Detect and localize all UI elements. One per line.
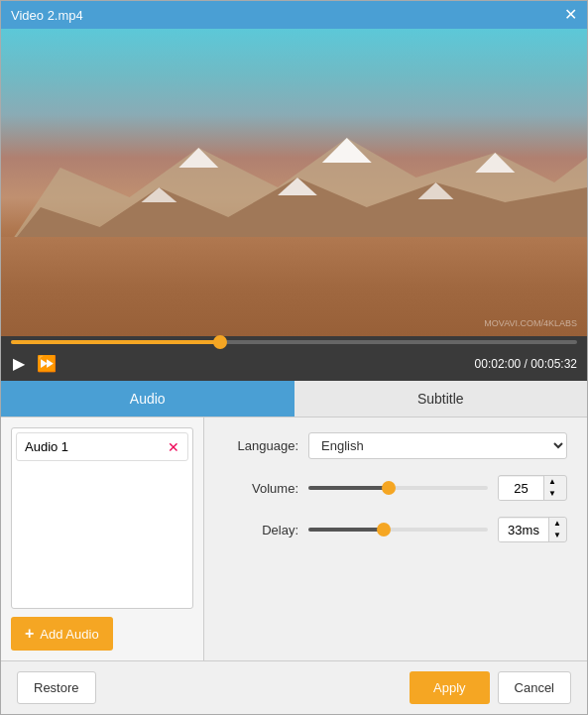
tabs-row: Audio Subtitle bbox=[1, 381, 587, 417]
title-bar: Video 2.mp4 ✕ bbox=[1, 1, 587, 29]
delay-row: Delay: ▲ ▼ bbox=[224, 517, 567, 542]
add-audio-label: Add Audio bbox=[40, 627, 98, 642]
volume-row: Volume: ▲ ▼ bbox=[224, 475, 567, 501]
video-preview: MOVAVI.COM/4KLABS bbox=[1, 29, 587, 336]
controls-left: ▶ ⏩ bbox=[11, 352, 59, 375]
seek-thumb[interactable] bbox=[213, 335, 227, 349]
delay-slider-track[interactable] bbox=[308, 528, 488, 532]
delay-down-button[interactable]: ▼ bbox=[549, 530, 565, 541]
delay-slider-thumb[interactable] bbox=[377, 523, 391, 536]
delay-label: Delay: bbox=[224, 523, 298, 537]
list-item: Audio 1 ✕ bbox=[16, 432, 188, 461]
volume-slider-container bbox=[308, 486, 488, 490]
volume-label: Volume: bbox=[224, 481, 298, 496]
audio-remove-button[interactable]: ✕ bbox=[168, 440, 179, 454]
seek-bar[interactable] bbox=[11, 340, 577, 344]
volume-down-button[interactable]: ▼ bbox=[544, 488, 560, 500]
plus-icon: + bbox=[25, 625, 34, 643]
language-label: Language: bbox=[224, 438, 298, 453]
volume-input[interactable] bbox=[499, 477, 543, 500]
volume-up-button[interactable]: ▲ bbox=[544, 476, 560, 488]
volume-slider-track[interactable] bbox=[308, 486, 488, 490]
restore-button[interactable]: Restore bbox=[17, 671, 96, 704]
audio-list-box: Audio 1 ✕ bbox=[11, 427, 193, 609]
video-thumbnail: MOVAVI.COM/4KLABS bbox=[1, 29, 587, 336]
seek-fill bbox=[11, 340, 220, 344]
main-content: Audio 1 ✕ + Add Audio Language: English … bbox=[1, 417, 587, 660]
apply-button[interactable]: Apply bbox=[410, 671, 490, 704]
volume-spinner: ▲ ▼ bbox=[543, 476, 560, 500]
footer-right: Apply Cancel bbox=[410, 671, 571, 704]
controls-bar: ▶ ⏩ 00:02:00 / 00:05:32 bbox=[1, 348, 587, 381]
audio-list-panel: Audio 1 ✕ + Add Audio bbox=[1, 417, 204, 660]
total-time: 00:05:32 bbox=[530, 357, 577, 371]
language-row: Language: English French Spanish German … bbox=[224, 432, 567, 459]
window-title: Video 2.mp4 bbox=[11, 8, 83, 23]
cancel-button[interactable]: Cancel bbox=[498, 671, 571, 704]
delay-slider-fill bbox=[308, 528, 384, 532]
play-button[interactable]: ▶ bbox=[11, 352, 27, 375]
delay-slider-container bbox=[308, 528, 488, 532]
time-display: 00:02:00 / 00:05:32 bbox=[475, 357, 577, 371]
audio-item-label: Audio 1 bbox=[25, 439, 68, 454]
main-window: Video 2.mp4 ✕ bbox=[0, 0, 588, 715]
delay-input[interactable] bbox=[499, 519, 548, 541]
footer-bar: Restore Apply Cancel bbox=[1, 660, 587, 714]
tab-audio[interactable]: Audio bbox=[1, 381, 294, 417]
mountain-layer bbox=[1, 108, 587, 257]
seek-bar-container bbox=[1, 336, 587, 348]
current-time: 00:02:00 bbox=[475, 357, 522, 371]
volume-slider-fill bbox=[308, 486, 389, 490]
watermark: MOVAVI.COM/4KLABS bbox=[484, 318, 577, 328]
delay-spinner: ▲ ▼ bbox=[548, 518, 565, 541]
add-audio-button[interactable]: + Add Audio bbox=[11, 617, 113, 651]
language-select[interactable]: English French Spanish German Japanese C… bbox=[308, 432, 567, 459]
settings-panel: Language: English French Spanish German … bbox=[204, 417, 587, 660]
delay-up-button[interactable]: ▲ bbox=[549, 518, 565, 530]
close-button[interactable]: ✕ bbox=[564, 7, 577, 23]
volume-input-wrap: ▲ ▼ bbox=[498, 475, 567, 501]
tab-subtitle[interactable]: Subtitle bbox=[294, 381, 588, 417]
delay-input-wrap: ▲ ▼ bbox=[498, 517, 567, 542]
volume-slider-thumb[interactable] bbox=[382, 481, 396, 495]
fast-forward-button[interactable]: ⏩ bbox=[35, 352, 59, 375]
